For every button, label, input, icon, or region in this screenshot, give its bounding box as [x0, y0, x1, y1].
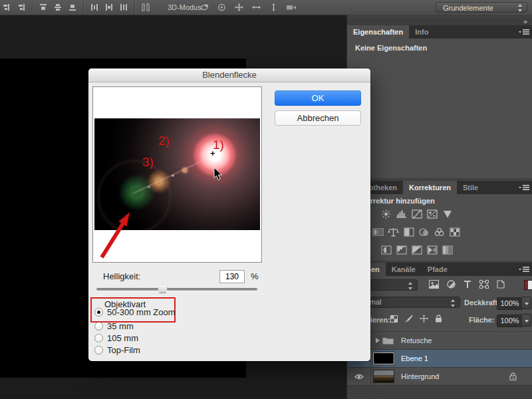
filter-pixel-layers-icon[interactable] — [429, 280, 439, 289]
layer-row-ebene1[interactable]: Ebene 1 — [347, 350, 532, 368]
fill-label: Fläche: — [469, 316, 495, 324]
brightness-input[interactable] — [219, 270, 245, 283]
layer-filter-toggle[interactable] — [524, 280, 532, 290]
levels-icon[interactable] — [396, 209, 407, 219]
tab-stile[interactable]: Stile — [457, 181, 484, 194]
lens-option-topfilm[interactable]: Top-Film — [94, 345, 140, 355]
radio-label: Top-Film — [107, 345, 140, 355]
align-top-edges-icon[interactable] — [39, 3, 47, 11]
tab-korrekturen[interactable]: Korrekturen — [403, 181, 457, 194]
distribute-spacing-icon[interactable] — [142, 3, 150, 11]
radio-icon[interactable] — [94, 334, 103, 342]
eye-icon[interactable] — [354, 374, 364, 380]
3d-pan-icon[interactable] — [234, 3, 244, 12]
layer-name[interactable]: Hintergrund — [401, 372, 439, 380]
hue-saturation-icon[interactable] — [372, 227, 384, 237]
panel-menu-icon[interactable] — [519, 184, 529, 191]
panel-menu-icon[interactable] — [519, 266, 529, 273]
align-vertical-centers-icon[interactable] — [54, 3, 62, 11]
lens-option-105mm[interactable]: 105 mm — [94, 333, 138, 343]
3d-orbit-icon[interactable] — [200, 3, 209, 12]
filter-adjustment-layers-icon[interactable] — [447, 280, 456, 289]
dialog-title[interactable]: Blendenflecke — [88, 68, 370, 82]
lens-option-50-300[interactable]: 50-300 mm Zoom — [94, 307, 176, 317]
distribute-right-icon[interactable] — [120, 3, 128, 11]
separator — [83, 3, 84, 12]
gradient-map-icon[interactable] — [426, 245, 438, 255]
separator — [134, 3, 135, 12]
cancel-button[interactable]: Abbrechen — [275, 110, 361, 126]
distribute-center-icon[interactable] — [105, 3, 113, 11]
folder-icon — [382, 336, 394, 344]
channel-mixer-icon[interactable] — [434, 227, 445, 237]
opacity-value[interactable]: 100% — [497, 297, 523, 310]
filter-smart-objects-icon[interactable] — [497, 280, 505, 289]
radio-label: 50-300 mm Zoom — [107, 307, 176, 317]
tab-info[interactable]: Info — [409, 25, 434, 39]
tab-pfade[interactable]: Pfade — [422, 263, 454, 276]
3d-scale-icon[interactable] — [269, 3, 279, 12]
layer-row-retusche[interactable]: Retusche — [347, 332, 532, 350]
exposure-icon[interactable] — [426, 209, 438, 219]
color-balance-icon[interactable] — [388, 227, 399, 237]
visibility-cell[interactable] — [347, 368, 371, 385]
layer-row-hintergrund[interactable]: Hintergrund — [347, 368, 532, 386]
lock-pixels-brush-icon[interactable] — [404, 315, 413, 323]
align-bottom-edges-icon[interactable] — [68, 3, 76, 11]
radio-icon[interactable] — [94, 346, 103, 354]
invert-icon[interactable] — [380, 245, 392, 255]
panel-menu-icon[interactable] — [519, 29, 529, 35]
layer-name[interactable]: Retusche — [401, 336, 432, 344]
threshold-icon[interactable] — [411, 245, 422, 255]
workspace-label: Grundelemente — [443, 4, 493, 12]
lens-option-35mm[interactable]: 35 mm — [94, 321, 134, 331]
layers-tabbar: Ebenen Kanäle Pfade — [347, 263, 532, 276]
brightness-slider-track[interactable] — [96, 288, 257, 291]
tab-eigenschaften[interactable]: Eigenschaften — [347, 25, 409, 39]
flare-preview-box[interactable]: 1) 2) 3) + — [92, 86, 262, 263]
lock-position-icon[interactable] — [420, 315, 428, 323]
adjustments-panel: Korrektur hinzufügen — [347, 194, 532, 261]
3d-mode-label: 3D-Modus: — [168, 3, 203, 11]
3d-camera-icon[interactable] — [286, 3, 297, 12]
layer-thumbnail[interactable] — [373, 352, 394, 364]
layer-name[interactable]: Ebene 1 — [401, 354, 428, 362]
collapse-chevrons-icon[interactable]: » — [523, 17, 527, 25]
adjustment-icons-row-1 — [380, 209, 453, 219]
lock-transparency-icon[interactable] — [390, 315, 398, 323]
radio-selected-icon[interactable] — [94, 308, 103, 317]
adjustments-tabbar: Bibliotheken Korrekturen Stile — [347, 181, 532, 194]
fill-value[interactable]: 100% — [497, 315, 523, 327]
black-white-icon[interactable] — [403, 227, 414, 237]
distribute-left-icon[interactable] — [90, 3, 98, 11]
photo-filter-icon[interactable] — [418, 227, 430, 237]
group-expander-icon[interactable] — [376, 338, 380, 343]
lock-all-icon[interactable] — [435, 315, 442, 323]
adjustment-icons-row-2 — [372, 227, 460, 237]
workspace-switcher[interactable]: Grundelemente — [436, 2, 527, 13]
fill-dropdown-arrow[interactable] — [522, 314, 531, 327]
3d-mode-icons — [200, 3, 297, 12]
posterize-icon[interactable] — [396, 245, 407, 255]
color-lookup-icon[interactable] — [449, 227, 460, 237]
3d-roll-icon[interactable] — [217, 3, 227, 12]
layer-filter-icons — [429, 280, 505, 289]
filter-type-layers-icon[interactable] — [464, 280, 471, 289]
vibrance-icon[interactable] — [442, 209, 453, 219]
brightness-slider-thumb[interactable] — [158, 284, 168, 293]
align-right-edges-icon[interactable] — [17, 3, 25, 11]
filter-shape-layers-icon[interactable] — [479, 280, 489, 289]
brightness-contrast-icon[interactable] — [380, 209, 392, 219]
3d-slide-icon[interactable] — [251, 3, 261, 12]
align-left-edges-icon[interactable] — [3, 3, 11, 11]
adjustment-icons-row-3 — [380, 245, 453, 255]
curves-icon[interactable] — [411, 209, 422, 219]
tab-kanaele[interactable]: Kanäle — [386, 263, 422, 276]
opacity-dropdown-arrow[interactable] — [522, 297, 531, 309]
layers-controls: Art Normal Deckkraft: 100% Fixieren: Flä… — [347, 276, 532, 331]
ok-button[interactable]: OK — [275, 90, 361, 106]
updown-arrows-icon — [408, 282, 413, 290]
radio-icon[interactable] — [94, 322, 103, 331]
selective-color-icon[interactable] — [442, 245, 453, 255]
layer-thumbnail[interactable] — [373, 370, 394, 383]
